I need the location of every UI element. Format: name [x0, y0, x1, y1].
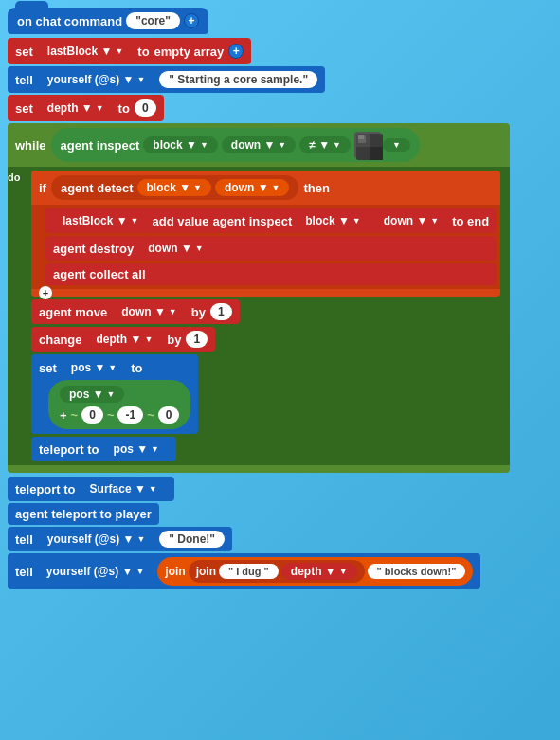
join-outer: join join " I dug " depth ▼ " blocks dow…: [157, 557, 473, 586]
i-dug-string[interactable]: " I dug ": [219, 564, 279, 579]
if-agent-detect: agent detect: [61, 181, 134, 195]
join-label-1: join: [165, 565, 185, 578]
add-down-dropdown[interactable]: down ▼: [374, 212, 448, 229]
empty-array-plus[interactable]: +: [228, 44, 244, 59]
set-pos-label: set: [39, 361, 57, 375]
blocks-down-string[interactable]: " blocks down!": [368, 564, 466, 579]
depth-dropdown-1[interactable]: depth ▼: [38, 99, 114, 117]
while-body: do if agent detect block ▼ down ▼ then: [8, 167, 510, 465]
yourself-dropdown-3[interactable]: yourself (@s) ▼: [37, 563, 154, 580]
while-condition: agent inspect block ▼ down ▼ ≠ ▼: [51, 128, 420, 162]
teleport-surface-block: teleport to Surface ▼: [8, 477, 174, 501]
tell-label-2: tell: [15, 532, 33, 547]
hat-add-button[interactable]: +: [184, 13, 199, 28]
teleport-label-2: teleport to: [15, 482, 76, 496]
change-depth-block: change depth ▼ by 1: [31, 327, 215, 352]
lastblock-dropdown[interactable]: lastBlock ▼: [38, 43, 134, 60]
if-body: lastBlock ▼ add value agent inspect bloc…: [31, 205, 500, 289]
pos-inner-dropdown[interactable]: pos ▼: [60, 386, 124, 403]
to-label-2: to: [118, 101, 130, 116]
set-pos-row1: set pos ▼ to: [39, 359, 190, 376]
set-depth-block: set depth ▼ to 0: [8, 95, 164, 121]
svg-rect-3: [358, 135, 364, 139]
set-lastblock-block: set lastBlock ▼ to empty array +: [8, 38, 251, 64]
tell-final-block: tell yourself (@s) ▼ join join " I dug "…: [8, 553, 480, 589]
if-down-dropdown[interactable]: down ▼: [215, 179, 289, 196]
agent-collect-block: agent collect all: [45, 263, 497, 285]
tilde-3: ~: [147, 408, 154, 423]
then-label: then: [303, 181, 329, 195]
hat-block: on chat command "core" +: [8, 8, 208, 34]
while-agent-inspect: agent inspect: [61, 138, 140, 153]
hat-command-value[interactable]: "core": [126, 12, 180, 29]
depth-value-0[interactable]: 0: [135, 99, 156, 117]
tell-label-3: tell: [15, 565, 33, 579]
pos-oval: pos ▼ + ~ 0 ~ -1 ~ 0: [48, 380, 190, 429]
if-block: if agent detect block ▼ down ▼ then: [31, 171, 500, 297]
minecraft-block-icon[interactable]: [354, 132, 381, 158]
while-block: while agent inspect block ▼ down ▼ ≠ ▼: [8, 123, 510, 473]
tell-done-block: tell yourself (@s) ▼ " Done!": [8, 527, 232, 551]
while-label: while: [15, 138, 46, 153]
do-label: do: [8, 171, 20, 183]
pos-var-dropdown[interactable]: pos ▼: [62, 359, 126, 376]
add-value-label: add value: [153, 214, 209, 228]
final-depth-dropdown[interactable]: depth ▼: [281, 563, 357, 580]
agent-move-block: agent move down ▼ by 1: [31, 299, 240, 324]
done-message[interactable]: " Done!": [159, 531, 225, 548]
while-body-content: if agent detect block ▼ down ▼ then: [31, 167, 510, 465]
to-end-label: to end: [452, 214, 489, 228]
lastblock-dropdown-2[interactable]: lastBlock ▼: [53, 212, 149, 229]
while-neq-dropdown[interactable]: ≠ ▼: [299, 136, 351, 153]
yourself-dropdown-1[interactable]: yourself (@s) ▼: [38, 71, 155, 88]
change-depth-dropdown[interactable]: depth ▼: [87, 331, 163, 348]
teleport-pos-block: teleport to pos ▼: [31, 437, 176, 461]
while-header: while agent inspect block ▼ down ▼ ≠ ▼: [8, 123, 510, 167]
do-label-container: do: [8, 167, 31, 465]
if-block-dropdown[interactable]: block ▼: [137, 179, 211, 196]
surface-dropdown[interactable]: Surface ▼: [81, 480, 167, 497]
pos-y[interactable]: -1: [117, 406, 143, 424]
teleport-pos-dropdown[interactable]: pos ▼: [104, 441, 169, 458]
change-label: change: [39, 333, 82, 347]
pos-header-row: pos ▼: [60, 386, 179, 403]
move-amount[interactable]: 1: [210, 303, 232, 320]
block-canvas: on chat command "core" + set lastBlock ▼…: [8, 8, 552, 589]
join-label-2: join: [196, 565, 216, 578]
while-down-dropdown[interactable]: down ▼: [222, 136, 296, 153]
lastblock-add-block: lastBlock ▼ add value agent inspect bloc…: [45, 208, 497, 233]
while-footer: [8, 465, 510, 473]
to-label-1: to: [137, 45, 149, 59]
destroy-direction-dropdown[interactable]: down ▼: [138, 240, 212, 257]
hat-event-label: on chat command: [17, 14, 122, 28]
tilde-1: ~: [71, 408, 79, 423]
move-direction-dropdown[interactable]: down ▼: [112, 303, 186, 320]
start-message[interactable]: " Starting a core sample.": [159, 71, 317, 88]
yourself-dropdown-2[interactable]: yourself (@s) ▼: [38, 531, 155, 548]
change-by-label: by: [167, 333, 181, 347]
if-header: if agent detect block ▼ down ▼ then: [31, 171, 500, 205]
svg-rect-2: [370, 147, 383, 160]
move-by-label: by: [191, 305, 206, 319]
add-block-dropdown[interactable]: block ▼: [296, 212, 370, 229]
set-label-1: set: [15, 45, 33, 59]
while-block-dropdown[interactable]: block ▼: [143, 136, 217, 153]
empty-array-label: empty array: [154, 45, 225, 59]
if-condition: agent detect block ▼ down ▼: [51, 175, 299, 200]
join-inner: join " I dug " depth ▼: [189, 560, 365, 583]
while-mc-dropdown[interactable]: [383, 138, 410, 152]
pos-x[interactable]: 0: [81, 406, 103, 424]
tell-label-1: tell: [15, 73, 33, 87]
agent-teleport-label: agent teleport to player: [15, 507, 152, 521]
set-label-2: set: [15, 101, 33, 116]
agent-collect-label: agent collect all: [53, 267, 146, 281]
pos-plus-label: +: [60, 408, 67, 423]
if-plus-button[interactable]: +: [39, 286, 52, 299]
agent-destroy-block: agent destroy down ▼: [45, 236, 497, 261]
if-label: if: [39, 181, 46, 195]
if-footer: +: [31, 289, 500, 297]
svg-rect-1: [356, 134, 370, 147]
change-amount[interactable]: 1: [186, 331, 208, 348]
pos-z[interactable]: 0: [158, 406, 180, 424]
pos-coords-row: + ~ 0 ~ -1 ~ 0: [60, 406, 179, 424]
